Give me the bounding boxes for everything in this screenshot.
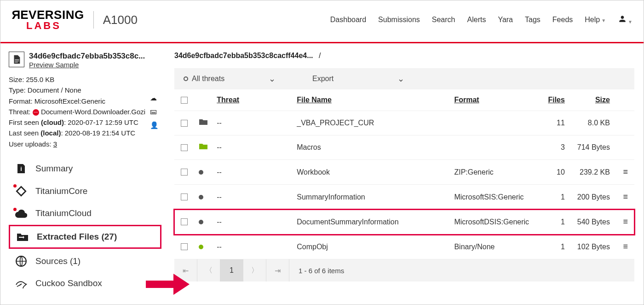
cell-filename[interactable]: Macros [297,143,454,152]
nav-help[interactable]: Help▼ [585,16,606,24]
nav-alerts[interactable]: Alerts [467,16,486,24]
preview-sample-link[interactable]: Preview Sample [29,61,79,69]
cell-size: 102 Bytes [565,243,610,251]
nav-yara[interactable]: Yara [498,16,513,24]
table-row[interactable]: --Macros3714 Bytes [174,135,634,160]
cell-format: MicrosoftDSIS:Generic [454,218,538,226]
table-body: --_VBA_PROJECT_CUR118.0 KB--Macros3714 B… [174,111,634,259]
row-menu-icon[interactable]: ≡ [623,217,628,226]
sidebar: 34d6e9cfbadc7ebba5b353c8c... Preview Sam… [0,43,166,294]
meta-threat: Threat: — Document-Word.Downloader.Gozi [9,106,161,117]
col-files[interactable]: Files [548,96,564,104]
sidebar-label-sources: Sources (1) [35,256,80,266]
row-checkbox[interactable] [181,120,188,127]
cloud-icon: ☁ [150,93,159,103]
nav-help-label: Help [585,16,600,23]
app-header: REVERSING LABS A1000 Dashboard Submissio… [0,0,644,43]
user-icon [618,14,627,23]
filter-all-threats[interactable]: All threats ⌄ [184,74,276,84]
col-threat[interactable]: Threat [217,96,239,104]
row-checkbox[interactable] [181,144,188,151]
sidebar-item-sources[interactable]: Sources (1) [9,250,161,273]
sidebar-item-cuckoo[interactable]: Cuckoo Sandbox [9,273,161,294]
nav-feeds[interactable]: Feeds [552,16,573,24]
cell-filename[interactable]: DocumentSummaryInformation [297,218,454,226]
crumb-hash[interactable]: 34d6e9cfbadc7ebba5b353c8cacff44e4... [174,52,313,59]
cell-threat: -- [217,119,297,127]
sidebar-item-titaniumcloud[interactable]: TitaniumCloud [9,203,161,224]
row-menu-icon[interactable]: ≡ [623,192,628,201]
table-row[interactable]: --WorkbookZIP:Generic10239.2 KB≡ [174,160,634,185]
main-layout: 34d6e9cfbadc7ebba5b353c8c... Preview Sam… [0,43,644,294]
status-dot-icon [199,220,203,224]
cloud-icon [14,209,28,218]
cell-filename[interactable]: _VBA_PROJECT_CUR [297,119,454,127]
row-checkbox[interactable] [181,169,188,176]
row-menu-icon[interactable]: ≡ [623,242,628,251]
brand-area: REVERSING LABS A1000 [12,9,138,31]
status-dot-icon [199,245,203,249]
cell-filename[interactable]: SummaryInformation [297,193,454,201]
sidebar-item-titaniumcore[interactable]: TitaniumCore [9,180,161,203]
cell-filename[interactable]: CompObj [297,243,454,251]
uploads-value[interactable]: 3 [53,140,57,148]
pager-page-1[interactable]: 1 [220,259,243,282]
row-menu-icon[interactable]: ≡ [623,167,628,176]
nav-search[interactable]: Search [432,16,455,24]
pager-last[interactable]: ⇥ [266,259,289,282]
sidebar-item-summary[interactable]: i Summary [9,158,161,180]
row-checkbox[interactable] [181,218,188,225]
sidebar-label-tcore: TitaniumCore [35,186,87,196]
cell-files: 1 [538,193,565,201]
person-icon: 👤 [150,120,159,130]
pager-prev[interactable]: 〈 [197,259,220,282]
sidebar-item-extracted-files[interactable]: Extracted Files (27) [10,226,160,247]
row-checkbox[interactable] [181,194,188,200]
nav-submissions[interactable]: Submissions [378,16,420,24]
product-name: A1000 [103,13,138,27]
sample-hash: 34d6e9cfbadc7ebba5b353c8c... [29,52,145,61]
nav-tags[interactable]: Tags [525,16,540,24]
first-seen-value: : 2020-07-17 12:59 UTC [64,118,138,126]
last-seen-prefix: Last seen [9,129,40,137]
table-header: Threat File Name Format Files Size [174,89,634,111]
top-nav: Dashboard Submissions Search Alerts Yara… [330,14,632,25]
row-checkbox[interactable] [181,243,188,250]
crumb-separator: / [315,52,321,59]
meta-size: Size: 255.0 KB [9,74,161,85]
threat-badge-icon: — [33,109,39,116]
table-row[interactable]: --DocumentSummaryInformationMicrosoftDSI… [174,210,634,235]
sidebar-label-extracted: Extracted Files (27) [37,232,117,242]
cell-threat: -- [217,193,297,201]
side-nav: i Summary TitaniumCore TitaniumCloud Ext… [9,158,161,294]
chevron-down-icon: ▼ [628,19,632,24]
folder-arrow-icon [16,232,29,242]
col-format[interactable]: Format [454,96,479,104]
pager-buttons: ⇤ 〈 1 〉 ⇥ [174,259,289,282]
export-dropdown[interactable]: Export ⌄ [312,74,404,84]
col-size[interactable]: Size [595,96,610,104]
cell-threat: -- [217,218,297,226]
folder-icon [199,118,208,126]
select-all-checkbox[interactable] [181,97,188,104]
meta-type: Type: Document / None [9,85,161,95]
first-seen-prefix: First seen [9,118,41,126]
table-row[interactable]: --CompObjBinary/None1102 Bytes≡ [174,235,634,259]
nav-dashboard[interactable]: Dashboard [330,16,366,24]
cell-threat: -- [217,168,297,176]
cell-files: 11 [538,119,565,127]
cell-files: 3 [538,143,565,152]
cell-filename[interactable]: Workbook [297,168,454,176]
meta-uploads: User uploads: 3 [9,139,161,149]
first-seen-scope: (cloud) [41,118,64,126]
sample-header: 34d6e9cfbadc7ebba5b353c8c... Preview Sam… [9,52,161,69]
col-filename[interactable]: File Name [297,96,332,104]
table-row[interactable]: --_VBA_PROJECT_CUR118.0 KB [174,111,634,135]
uploads-prefix: User uploads: [9,140,53,148]
brand-divider [93,11,94,29]
cell-size: 200 Bytes [565,193,610,201]
pager-next[interactable]: 〉 [243,259,266,282]
cell-threat: -- [217,143,297,152]
user-menu[interactable]: ▼ [618,14,632,25]
table-row[interactable]: --SummaryInformationMicrosoftSIS:Generic… [174,185,634,210]
